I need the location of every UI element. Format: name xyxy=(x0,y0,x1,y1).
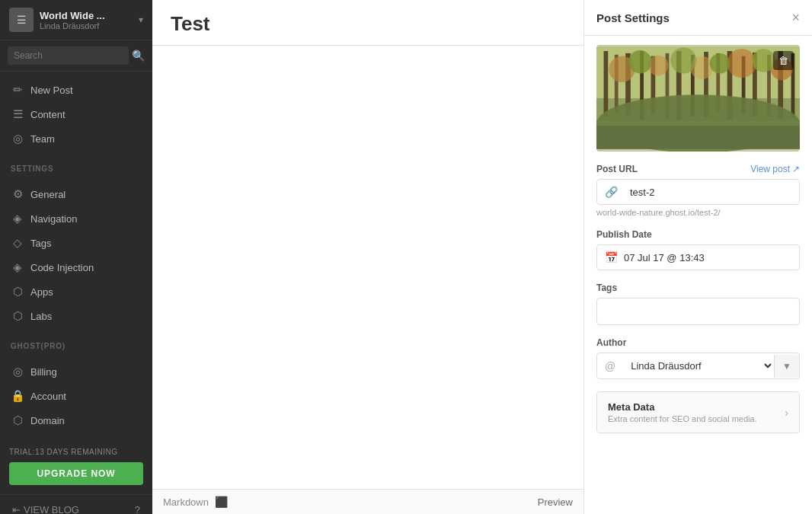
user-icon: @ xyxy=(597,354,623,378)
meta-data-title: Meta Data xyxy=(608,401,757,413)
labs-icon: ⬡ xyxy=(11,309,24,323)
author-input-row: @ Linda Dräusdorf ▼ xyxy=(596,353,800,379)
search-input[interactable] xyxy=(8,46,129,65)
post-settings-header: Post Settings × xyxy=(584,0,812,36)
navigation-icon: ◈ xyxy=(11,212,24,225)
code-injection-icon: ◈ xyxy=(11,260,24,274)
chevron-right-icon: › xyxy=(785,407,788,419)
sidebar-item-label: Apps xyxy=(30,286,53,298)
sidebar-item-labs[interactable]: ⬡ Labs xyxy=(0,304,152,328)
sidebar-bottom-bar: ⇤ VIEW BLOG ? xyxy=(0,494,152,514)
tags-field: Tags xyxy=(596,283,800,325)
sidebar-item-navigation[interactable]: ◈ Navigation xyxy=(0,206,152,231)
close-button[interactable]: × xyxy=(791,11,800,24)
sidebar-item-label: Labs xyxy=(30,311,52,322)
settings-nav: ⚙ General ◈ Navigation ◇ Tags ◈ Code Inj… xyxy=(0,176,152,334)
apps-icon: ⬡ xyxy=(11,285,24,299)
markdown-icon: ⬛ xyxy=(215,496,228,508)
author-field: Author @ Linda Dräusdorf ▼ xyxy=(596,337,800,379)
svg-point-27 xyxy=(670,47,696,73)
help-button[interactable]: ? xyxy=(130,501,145,514)
help-icon: ? xyxy=(135,504,140,514)
collapse-icon: ⇤ xyxy=(12,504,21,514)
chevron-down-icon: ▾ xyxy=(139,14,143,25)
url-slug-input[interactable] xyxy=(625,180,799,204)
sidebar-item-code-injection[interactable]: ◈ Code Injection xyxy=(0,255,152,279)
view-post-link[interactable]: View post ↗ xyxy=(750,164,800,174)
account-icon: 🔒 xyxy=(11,389,24,403)
settings-section-label: SETTINGS xyxy=(0,157,152,176)
editor-footer: Markdown ⬛ Preview xyxy=(152,489,583,514)
sidebar-item-account[interactable]: 🔒 Account xyxy=(0,384,152,408)
delete-image-button[interactable]: 🗑 xyxy=(773,51,794,70)
publish-date-header: Publish Date xyxy=(596,229,800,240)
publish-date-field: Publish Date 📅 07 Jul 17 @ 13:43 xyxy=(596,229,800,270)
search-icon-button[interactable]: 🔍 xyxy=(132,49,145,62)
calendar-icon: 📅 xyxy=(605,251,618,263)
markdown-label: Markdown xyxy=(163,496,209,508)
post-settings-body: 🗑 Post URL View post ↗ 🔗 world-wide-natu… xyxy=(584,36,812,514)
post-url-header: Post URL View post ↗ xyxy=(596,164,800,174)
sidebar-item-new-post[interactable]: ✏ New Post xyxy=(0,78,152,102)
editor-header: Test xyxy=(152,0,583,46)
tags-label: Tags xyxy=(596,283,617,293)
author-select[interactable]: Linda Dräusdorf xyxy=(623,353,774,378)
app-icon: ☰ xyxy=(9,8,34,32)
post-title[interactable]: Test xyxy=(171,12,210,36)
general-icon: ⚙ xyxy=(11,187,24,201)
url-full-text: world-wide-nature.ghost.io/test-2/ xyxy=(596,208,800,217)
meta-data-section: Meta Data Extra content for SEO and soci… xyxy=(596,391,800,433)
meta-data-header[interactable]: Meta Data Extra content for SEO and soci… xyxy=(597,392,799,433)
upgrade-button[interactable]: UPGRADE NOW xyxy=(9,462,143,485)
sidebar-item-domain[interactable]: ⬡ Domain xyxy=(0,408,152,433)
sidebar-item-label: New Post xyxy=(30,85,73,96)
sidebar-item-apps[interactable]: ⬡ Apps xyxy=(0,279,152,304)
sidebar-item-general[interactable]: ⚙ General xyxy=(0,182,152,206)
sidebar-item-billing[interactable]: ◎ Billing xyxy=(0,359,152,384)
post-url-label: Post URL xyxy=(596,164,638,174)
date-input-row[interactable]: 📅 07 Jul 17 @ 13:43 xyxy=(596,244,800,270)
sidebar-item-tags[interactable]: ◇ Tags xyxy=(0,231,152,255)
sidebar-item-team[interactable]: ◎ Team xyxy=(0,126,152,151)
domain-icon: ⬡ xyxy=(11,413,24,427)
sidebar-item-label: Navigation xyxy=(30,213,77,225)
editor-area: Test Markdown ⬛ Preview xyxy=(152,0,583,514)
post-url-field: Post URL View post ↗ 🔗 world-wide-nature… xyxy=(596,164,800,217)
post-settings-panel: Post Settings × xyxy=(583,0,812,514)
svg-point-28 xyxy=(710,53,730,74)
svg-point-24 xyxy=(727,49,756,78)
sidebar-item-label: Team xyxy=(30,133,55,145)
view-post-label: View post xyxy=(750,164,790,174)
main-nav: ✏ New Post ☰ Content ◎ Team xyxy=(0,72,152,157)
author-dropdown-button[interactable]: ▼ xyxy=(774,355,799,378)
publish-date-label: Publish Date xyxy=(596,229,652,240)
new-post-icon: ✏ xyxy=(11,83,24,97)
sidebar-item-content[interactable]: ☰ Content xyxy=(0,102,152,126)
svg-rect-20 xyxy=(596,120,800,126)
sidebar: ☰ World Wide ... Linda Dräusdorf ▾ 🔍 ✏ N… xyxy=(0,0,152,514)
trial-section: TRIAL:13 DAYS REMAINING UPGRADE NOW xyxy=(0,439,152,485)
team-icon: ◎ xyxy=(11,132,24,145)
svg-point-29 xyxy=(752,49,775,72)
sidebar-item-label: Domain xyxy=(30,415,65,426)
preview-button[interactable]: Preview xyxy=(538,496,573,508)
editor-body[interactable] xyxy=(152,46,583,489)
sidebar-item-label: Tags xyxy=(30,238,51,249)
svg-rect-2 xyxy=(604,51,609,117)
trash-icon: 🗑 xyxy=(778,55,788,66)
sidebar-header[interactable]: ☰ World Wide ... Linda Dräusdorf ▾ xyxy=(0,0,152,40)
site-title: World Wide ... xyxy=(40,10,116,21)
collapse-sidebar-button[interactable]: ⇤ VIEW BLOG xyxy=(8,501,84,514)
sidebar-item-label: Content xyxy=(30,109,66,120)
external-link-icon: ↗ xyxy=(792,164,800,174)
billing-icon: ◎ xyxy=(11,365,24,378)
view-blog-label: VIEW BLOG xyxy=(24,504,79,514)
tags-input[interactable] xyxy=(596,298,800,325)
post-image-container: 🗑 xyxy=(596,45,800,152)
ghost-pro-section-label: GHOST(PRO) xyxy=(0,334,152,353)
url-input-row: 🔗 xyxy=(596,179,800,205)
post-image xyxy=(596,45,800,152)
svg-point-26 xyxy=(628,50,652,74)
sidebar-item-label: General xyxy=(30,189,66,200)
search-bar: 🔍 xyxy=(0,40,152,72)
